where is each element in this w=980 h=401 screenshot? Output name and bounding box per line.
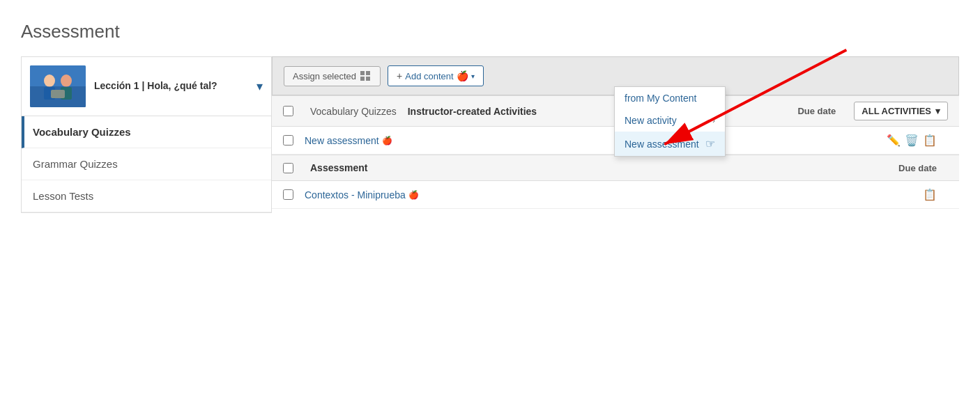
copy-icon[interactable]: 📋 (923, 134, 937, 147)
lesson-info: Lección 1 | Hola, ¿qué tal? (94, 79, 248, 93)
lesson-thumbnail (30, 65, 86, 107)
svg-point-3 (61, 74, 72, 87)
select-all-assessment-checkbox[interactable] (283, 163, 293, 173)
content-area: Assign selected + Add content 🍎 ▾ (272, 56, 959, 213)
dropdown-item-new-assessment[interactable]: New assessment ☞ (615, 132, 725, 156)
add-content-button[interactable]: + Add content 🍎 ▾ (388, 65, 484, 86)
assessment-section-title: Assessment (310, 162, 368, 173)
row-actions-new-assessment: ✏️ 🗑️ 📋 (887, 134, 937, 147)
due-date-label-1: Due date (797, 106, 836, 116)
svg-rect-0 (30, 65, 86, 107)
dropdown-item-new-activity[interactable]: New activity › (615, 109, 725, 132)
apple-icon: 🍎 (457, 70, 468, 81)
table-row: Contextos - Miniprueba 🍎 📋 (272, 181, 959, 209)
instructor-created-title: Instructor-created Activities (408, 106, 537, 117)
lesson-title: Lección 1 | Hola, ¿qué tal? (94, 79, 248, 93)
activity-name-new-assessment: New assessment 🍎 (305, 135, 887, 146)
assign-selected-button[interactable]: Assign selected (284, 66, 381, 86)
svg-rect-7 (366, 71, 370, 75)
all-activities-filter[interactable]: ALL ACTIVITIES ▾ (854, 102, 948, 120)
plus-icon: + (397, 70, 402, 81)
svg-rect-8 (360, 77, 365, 81)
svg-rect-4 (61, 87, 72, 100)
select-all-instructor-checkbox[interactable] (283, 106, 293, 116)
svg-rect-2 (44, 87, 55, 100)
submenu-arrow-icon: › (712, 116, 715, 125)
row-actions-contextos: 📋 (923, 188, 937, 201)
content-wrapper: Assign selected + Add content 🍎 ▾ (272, 56, 959, 209)
page-title: Assessment (21, 21, 959, 42)
assessment-section-header: Assessment Due date (272, 155, 959, 181)
delete-icon[interactable]: 🗑️ (905, 134, 919, 147)
row-checkbox-contextos[interactable] (283, 189, 293, 200)
sidebar-item-lesson-tests[interactable]: Lesson Tests (22, 180, 271, 212)
edit-icon[interactable]: ✏️ (887, 134, 901, 147)
svg-rect-9 (366, 77, 370, 81)
activity-apple-icon: 🍎 (382, 136, 392, 146)
nav-list: Vocabulary Quizzes Grammar Quizzes Lesso… (22, 116, 271, 212)
toolbar: Assign selected + Add content 🍎 ▾ (272, 56, 959, 95)
row-checkbox-new-assessment[interactable] (283, 135, 293, 146)
dropdown-item-from-my-content[interactable]: from My Content (615, 87, 725, 109)
activity-apple-icon-2: 🍎 (408, 190, 419, 200)
svg-rect-6 (360, 71, 365, 75)
sidebar: Lección 1 | Hola, ¿qué tal? ▾ Vocabulary… (21, 56, 272, 213)
activity-name-contextos: Contextos - Miniprueba 🍎 (305, 189, 923, 200)
vocabulary-quizzes-label: Vocabulary Quizzes (310, 106, 397, 117)
svg-rect-5 (51, 90, 65, 98)
filter-chevron-icon: ▾ (935, 106, 940, 116)
lesson-chevron-icon[interactable]: ▾ (257, 79, 263, 94)
sidebar-item-grammar-quizzes[interactable]: Grammar Quizzes (22, 148, 271, 180)
add-content-dropdown: from My Content New activity › New asses… (614, 86, 726, 157)
due-date-label-2: Due date (898, 163, 937, 173)
cursor-icon: ☞ (705, 137, 715, 150)
grid-icon (360, 71, 372, 81)
copy-icon-2[interactable]: 📋 (923, 188, 937, 201)
lesson-card: Lección 1 | Hola, ¿qué tal? ▾ (22, 57, 271, 116)
dropdown-arrow-icon: ▾ (471, 72, 475, 80)
svg-point-1 (44, 74, 55, 87)
sidebar-item-vocabulary-quizzes[interactable]: Vocabulary Quizzes (22, 116, 271, 148)
